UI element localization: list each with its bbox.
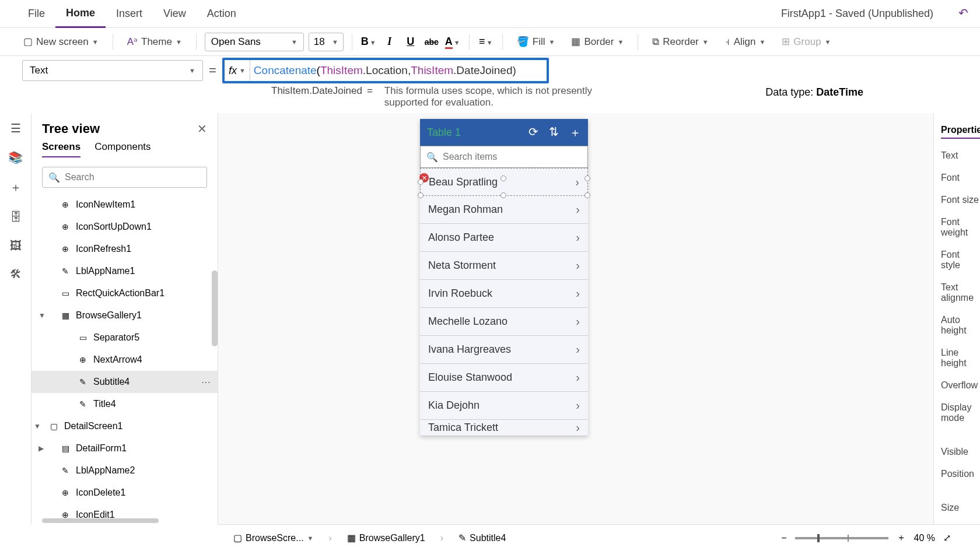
underline-button[interactable]: U [402,36,419,48]
scrollbar-horizontal[interactable] [42,518,159,523]
property-select[interactable]: Text ▼ [22,60,203,81]
tree-item-iconsortupdown1[interactable]: ⊕IconSortUpDown1 [32,216,218,238]
close-icon[interactable]: ✕ [197,122,207,136]
tab-home[interactable]: Home [55,0,106,28]
tree-search-input[interactable] [65,172,201,183]
chevron-down-icon[interactable]: ▼ [34,422,41,430]
prop-font-weight[interactable]: Font weight [941,217,980,238]
fill-button[interactable]: 🪣 Fill ▼ [511,33,561,50]
font-size-select[interactable]: 18 ▼ [309,33,344,51]
chevron-right-icon[interactable]: › [576,371,580,384]
chevron-right-icon[interactable]: › [576,203,580,216]
selection-handle[interactable] [584,192,590,198]
tree-item-lblappname2[interactable]: ✎LblAppName2 [32,459,218,482]
gallery-row[interactable]: Neta Storment› [420,252,588,280]
tree-item-lblappname1[interactable]: ✎LblAppName1 [32,260,218,282]
italic-button[interactable]: I [382,36,398,48]
prop-visible[interactable]: Visible [941,447,980,457]
prop-size[interactable]: Size [941,503,980,513]
zoom-in-button[interactable]: ＋ [897,532,906,544]
gallery-row[interactable]: Elouise Stanwood› [420,364,588,392]
prop-auto-height[interactable]: Auto height [941,315,980,336]
font-color-button[interactable]: A▼ [444,36,461,48]
selection-handle[interactable] [584,176,590,181]
bold-button[interactable]: B▼ [360,36,377,48]
chevron-right-icon[interactable]: › [576,343,580,356]
tree-item-title4[interactable]: ✎Title4 [32,393,218,415]
new-screen-button[interactable]: ▢ New screen ▼ [18,33,104,50]
chevron-down-icon[interactable]: ▼ [38,311,46,320]
tree-item-separator5[interactable]: ▭Separator5 [32,327,218,349]
tree-item-rectquickactionbar1[interactable]: ▭RectQuickActionBar1 [32,282,218,304]
gallery-row[interactable]: Tamica Trickett› [420,420,588,436]
border-button[interactable]: ▦ Border ▼ [565,33,629,50]
tree-item-detailscreen1[interactable]: ▼▢DetailScreen1 [32,415,218,437]
font-select[interactable]: Open Sans ▼ [205,33,304,51]
prop-display-mode[interactable]: Display mode [941,402,980,423]
canvas[interactable]: Table 1 ⟳ ⇅ ＋ 🔍 ✕ Beau Spratling › [218,113,933,524]
scrollbar-vertical[interactable] [212,271,218,346]
prop-text-alignment[interactable]: Text alignme [941,282,980,303]
hamburger-icon[interactable]: ☰ [10,121,21,135]
tab-insert[interactable]: Insert [106,0,153,28]
gallery-row[interactable]: Megan Rohman› [420,196,588,224]
data-icon[interactable]: 🗄 [10,210,22,224]
tab-file[interactable]: File [18,0,55,28]
prop-font-style[interactable]: Font style [941,250,980,271]
gallery-row[interactable]: ✕ Beau Spratling › [420,168,588,196]
prop-text[interactable]: Text [941,150,980,161]
chevron-right-icon[interactable]: › [576,315,580,328]
theme-button[interactable]: Aᵃ Theme ▼ [121,33,188,50]
fx-label[interactable]: fx▼ [225,60,250,81]
tree-item-browsegallery1[interactable]: ▼▦BrowseGallery1 [32,304,218,327]
tree-search[interactable]: 🔍 [42,167,207,188]
prop-font-size[interactable]: Font size [941,195,980,205]
tree-view-icon[interactable]: 📚 [8,150,23,164]
breadcrumb-browsescreen[interactable]: ▢ BrowseScre... ▼ [229,530,318,546]
selection-handle[interactable] [418,179,424,185]
zoom-out-button[interactable]: − [781,533,786,543]
strikethrough-button[interactable]: abc [424,37,440,47]
phone-search[interactable]: 🔍 [420,146,588,168]
chevron-right-icon[interactable]: › [576,399,580,412]
chevron-right-icon[interactable]: › [575,176,579,189]
phone-search-input[interactable] [443,152,582,162]
chevron-right-icon[interactable]: › [576,421,580,434]
tree-item-nextarrow4[interactable]: ⊕NextArrow4 [32,349,218,371]
tree-item-subtitle4[interactable]: ✎Subtitle4⋯ [32,371,218,393]
align-button[interactable]: ⫞ Align ▼ [719,34,772,50]
tab-action[interactable]: Action [197,0,247,28]
chevron-right-icon[interactable]: › [576,231,580,244]
tools-icon[interactable]: 🛠 [10,268,22,281]
properties-tab[interactable]: Properties [941,125,980,139]
gallery-row[interactable]: Alonso Partee› [420,224,588,252]
tree-item-iconnewitem1[interactable]: ⊕IconNewItem1 [32,194,218,216]
gallery-row[interactable]: Mechelle Lozano› [420,308,588,336]
gallery-row[interactable]: Ivana Hargreaves› [420,336,588,364]
breadcrumb-subtitle4[interactable]: ✎ Subtitle4 [454,530,510,546]
formula-input[interactable]: Concatenate(ThisItem.Location, ThisItem.… [250,60,547,81]
add-icon[interactable]: ＋ [569,125,581,141]
tree-item-icondelete1[interactable]: ⊕IconDelete1 [32,482,218,504]
sort-icon[interactable]: ⇅ [549,125,559,141]
tab-view[interactable]: View [153,0,197,28]
chevron-right-icon[interactable]: ▶ [38,444,44,452]
chevron-right-icon[interactable]: › [576,287,580,300]
prop-position[interactable]: Position [941,469,980,479]
reorder-button[interactable]: ⧉ Reorder ▼ [646,34,714,50]
chevron-down-icon[interactable]: ▼ [307,535,314,542]
tree-item-iconrefresh1[interactable]: ⊕IconRefresh1 [32,238,218,260]
undo-icon[interactable]: ↶ [958,6,968,20]
gallery-row[interactable]: Kia Dejohn› [420,392,588,420]
zoom-slider[interactable] [795,537,888,539]
tree-item-detailform1[interactable]: ▶▤DetailForm1 [32,437,218,459]
prop-font[interactable]: Font [941,173,980,183]
fullscreen-icon[interactable]: ⤢ [943,532,951,543]
more-icon[interactable]: ⋯ [201,377,211,388]
tab-screens[interactable]: Screens [42,141,80,157]
phone-preview[interactable]: Table 1 ⟳ ⇅ ＋ 🔍 ✕ Beau Spratling › [420,119,588,436]
prop-overflow[interactable]: Overflow [941,380,980,391]
tab-components[interactable]: Components [94,141,150,157]
breadcrumb-browsegallery1[interactable]: ▦ BrowseGallery1 [342,530,430,546]
chevron-right-icon[interactable]: › [576,259,580,272]
